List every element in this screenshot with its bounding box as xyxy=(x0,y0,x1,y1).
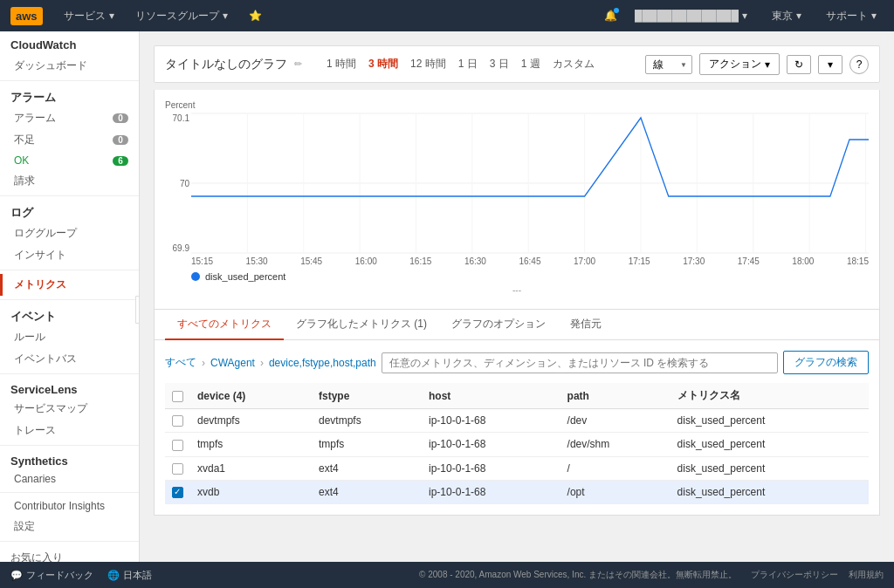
table-header-row: device (4) fstype host path メトリクス名 xyxy=(165,383,869,409)
chart-container: Percent 70.1 70 69.9 xyxy=(154,90,880,310)
breadcrumb-all[interactable]: すべて xyxy=(165,355,196,370)
legend-color-dot xyxy=(191,272,200,281)
table-row[interactable]: xvda1 ext4 ip-10-0-1-68 / disk_used_perc… xyxy=(165,456,869,480)
sidebar-item-service-map[interactable]: サービスマップ xyxy=(0,398,139,420)
sidebar-item-contributor-insights[interactable]: Contributor Insights xyxy=(0,496,139,516)
tab-graphed-metrics[interactable]: グラフ化したメトリクス (1) xyxy=(284,310,439,340)
cell-path-3: /opt xyxy=(560,480,670,503)
sidebar-item-dashboard[interactable]: ダッシュボード xyxy=(0,55,139,77)
cell-fstype-1: tmpfs xyxy=(312,433,422,456)
sidebar-item-billing[interactable]: 請求 xyxy=(0,170,139,192)
tab-graph-options[interactable]: グラフのオプション xyxy=(439,310,558,340)
nav-resource-groups[interactable]: リソースグループ ▾ xyxy=(128,5,235,27)
table-row[interactable]: xvdb ext4 ip-10-0-1-68 /opt disk_used_pe… xyxy=(165,480,869,503)
cell-path-1: /dev/shm xyxy=(560,433,670,456)
chart-y-values: 70.1 70 69.9 xyxy=(165,113,189,253)
th-metric-name: メトリクス名 xyxy=(670,383,869,409)
sidebar-item-event-bus[interactable]: イベントバス xyxy=(0,348,139,370)
divider-4 xyxy=(0,299,139,300)
graph-type-select[interactable]: 線 棒 数値 xyxy=(645,55,692,74)
divider-1 xyxy=(0,80,139,81)
time-12h[interactable]: 12 時間 xyxy=(407,55,450,73)
time-3d[interactable]: 3 日 xyxy=(486,55,512,73)
row-checkbox-0[interactable] xyxy=(172,415,183,427)
cell-metric-1: disk_used_percent xyxy=(670,433,869,456)
metrics-search-input[interactable] xyxy=(382,352,778,373)
legend-label: disk_used_percent xyxy=(205,271,285,282)
sidebar-item-insights[interactable]: インサイト xyxy=(0,244,139,266)
sidebar-item-canaries[interactable]: Canaries xyxy=(0,469,139,489)
terms-link[interactable]: 利用規約 xyxy=(849,569,884,581)
nav-bookmarks[interactable]: ⭐ xyxy=(242,6,269,25)
sidebar-item-rules[interactable]: ルール xyxy=(0,326,139,348)
table-row[interactable]: tmpfs tmpfs ip-10-0-1-68 /dev/shm disk_u… xyxy=(165,433,869,456)
row-checkbox-1[interactable] xyxy=(172,440,183,451)
bottom-bar: 💬 フィードバック 🌐 日本語 © 2008 - 2020, Amazon We… xyxy=(0,562,894,588)
cell-host-2: ip-10-0-1-68 xyxy=(422,456,560,480)
sidebar-item-log-groups[interactable]: ロググループ xyxy=(0,222,139,244)
feedback-button[interactable]: 💬 フィードバック xyxy=(10,569,93,582)
chart-x-labels: 15:15 15:30 15:45 16:00 16:15 16:30 16:4… xyxy=(191,256,869,266)
refresh-button[interactable]: ↻ xyxy=(787,55,811,74)
cell-fstype-3: ext4 xyxy=(312,480,422,503)
time-3h[interactable]: 3 時間 xyxy=(365,55,402,73)
sidebar-logs-section: ログ xyxy=(0,200,139,222)
graph-type-wrapper: 線 棒 数値 xyxy=(645,55,692,74)
cell-device-2: xvda1 xyxy=(190,456,312,480)
sidebar-item-ok[interactable]: OK 6 xyxy=(0,151,139,170)
sidebar-item-settings[interactable]: 設定 xyxy=(0,516,139,537)
time-1h[interactable]: 1 時間 xyxy=(323,55,360,73)
actions-button[interactable]: アクション ▾ xyxy=(699,53,780,75)
breadcrumb-row: すべて › CWAgent › device,fstype,host,path … xyxy=(165,351,869,374)
time-1w[interactable]: 1 週 xyxy=(518,55,544,73)
cell-host-1: ip-10-0-1-68 xyxy=(422,433,560,456)
alarm-badge: 0 xyxy=(113,113,128,123)
language-selector[interactable]: 🌐 日本語 xyxy=(107,569,152,582)
edit-title-icon[interactable]: ✏ xyxy=(294,58,302,70)
nav-account[interactable]: ██████████████ ▾ xyxy=(628,6,754,25)
copyright-text: © 2008 - 2020, Amazon Web Services, Inc.… xyxy=(419,569,737,581)
sidebar-item-alarm[interactable]: アラーム 0 xyxy=(0,107,139,129)
tabs-container: すべてのメトリクス グラフ化したメトリクス (1) グラフのオプション 発信元 … xyxy=(154,310,880,516)
graph-header: タイトルなしのグラフ ✏ 1 時間 3 時間 12 時間 1 日 3 日 1 週… xyxy=(154,45,880,83)
time-controls: 1 時間 3 時間 12 時間 1 日 3 日 1 週 カスタム xyxy=(323,55,598,73)
metrics-content: すべて › CWAgent › device,fstype,host,path … xyxy=(155,340,879,515)
divider-8 xyxy=(0,541,139,542)
breadcrumb-dimensions[interactable]: device,fstype,host,path xyxy=(269,357,376,369)
breadcrumb-cwagent[interactable]: CWAgent xyxy=(210,357,255,369)
nav-services[interactable]: サービス ▾ xyxy=(57,5,121,27)
select-all-checkbox[interactable] xyxy=(172,391,183,402)
th-fstype: fstype xyxy=(312,383,422,409)
search-graph-button[interactable]: グラフの検索 xyxy=(783,351,869,374)
cloudwatch-title: CloudWatch xyxy=(0,31,139,55)
ok-badge: 6 xyxy=(113,156,128,166)
table-row[interactable]: devtmpfs devtmpfs ip-10-0-1-68 /dev disk… xyxy=(165,409,869,433)
cell-device-0: devtmpfs xyxy=(190,409,312,433)
divider-5 xyxy=(0,373,139,374)
th-path: path xyxy=(560,383,670,409)
sidebar-item-metrics[interactable]: メトリクス xyxy=(0,274,139,296)
th-device: device (4) xyxy=(190,383,312,409)
refresh-interval-btn[interactable]: ▾ xyxy=(818,55,842,74)
divider-3 xyxy=(0,270,139,270)
notification-bell[interactable]: 🔔 xyxy=(604,10,617,22)
nav-support[interactable]: サポート ▾ xyxy=(819,5,884,27)
time-1d[interactable]: 1 日 xyxy=(455,55,481,73)
insufficient-badge: 0 xyxy=(113,135,128,145)
row-checkbox-3[interactable] xyxy=(172,487,183,498)
row-checkbox-2[interactable] xyxy=(172,463,183,475)
privacy-policy-link[interactable]: プライバシーポリシー xyxy=(751,569,838,581)
nav-region[interactable]: 東京 ▾ xyxy=(765,5,808,27)
sidebar-collapse-btn[interactable]: ◀ xyxy=(135,296,140,324)
cell-host-3: ip-10-0-1-68 xyxy=(422,480,560,503)
sidebar-item-insufficient[interactable]: 不足 0 xyxy=(0,129,139,151)
divider-2 xyxy=(0,195,139,196)
cell-metric-2: disk_used_percent xyxy=(670,456,869,480)
tab-source[interactable]: 発信元 xyxy=(558,310,614,340)
help-button[interactable]: ? xyxy=(849,55,869,74)
divider-6 xyxy=(0,445,139,446)
sidebar-item-trace[interactable]: トレース xyxy=(0,420,139,441)
metrics-table: device (4) fstype host path メトリクス名 devtm… xyxy=(165,383,869,504)
time-custom[interactable]: カスタム xyxy=(549,55,598,73)
tab-all-metrics[interactable]: すべてのメトリクス xyxy=(165,310,284,340)
